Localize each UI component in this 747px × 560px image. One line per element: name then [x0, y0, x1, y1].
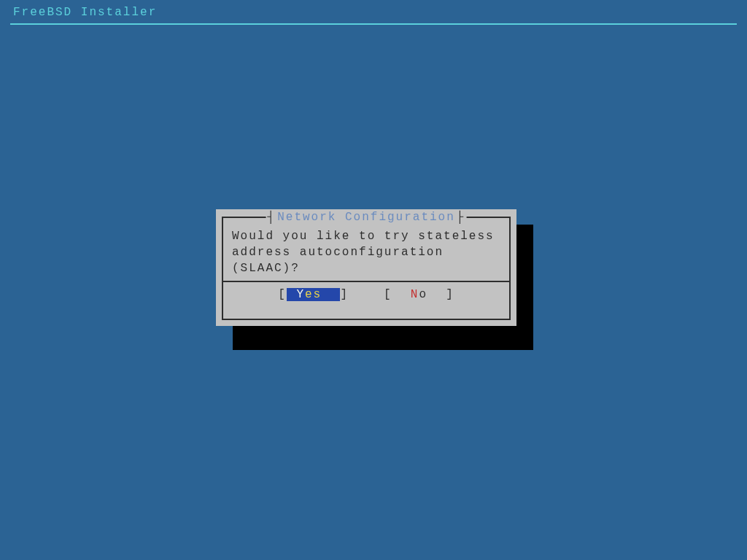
- yes-button-label: Yes: [287, 288, 341, 301]
- no-hotkey: N: [411, 288, 419, 301]
- installer-header: FreeBSD Installer: [0, 0, 747, 28]
- bracket-open: [: [278, 288, 287, 301]
- bracket-close: ]: [446, 288, 454, 301]
- bracket-open: [: [384, 288, 392, 301]
- no-rest: o: [419, 288, 427, 301]
- installer-title: FreeBSD Installer: [13, 6, 734, 19]
- no-button-label: No: [392, 288, 446, 301]
- bracket-close: ]: [340, 288, 349, 301]
- title-tick-right: ├: [455, 211, 467, 224]
- title-tick-left: ┤: [266, 211, 278, 224]
- yes-rest: es: [305, 288, 322, 301]
- dialog-message-line: address autoconfiguration: [232, 244, 500, 260]
- dialog-title: Network Configuration: [277, 211, 455, 224]
- dialog-button-row: [ Yes ] [ No ]: [223, 288, 509, 301]
- yes-button[interactable]: [ Yes ]: [278, 288, 349, 301]
- dialog-title-bar: ┤ Network Configuration ├: [266, 211, 467, 224]
- header-divider: [10, 23, 737, 25]
- dialog-frame: ┤ Network Configuration ├ Would you like…: [222, 217, 511, 320]
- dialog-message: Would you like to try stateless address …: [232, 228, 500, 276]
- dialog-message-line: (SLAAC)?: [232, 260, 500, 276]
- dialog-message-line: Would you like to try stateless: [232, 228, 500, 244]
- dialog-divider: [223, 281, 509, 282]
- network-config-dialog: ┤ Network Configuration ├ Would you like…: [216, 209, 516, 326]
- yes-hotkey: Y: [296, 288, 305, 301]
- no-button[interactable]: [ No ]: [384, 288, 454, 301]
